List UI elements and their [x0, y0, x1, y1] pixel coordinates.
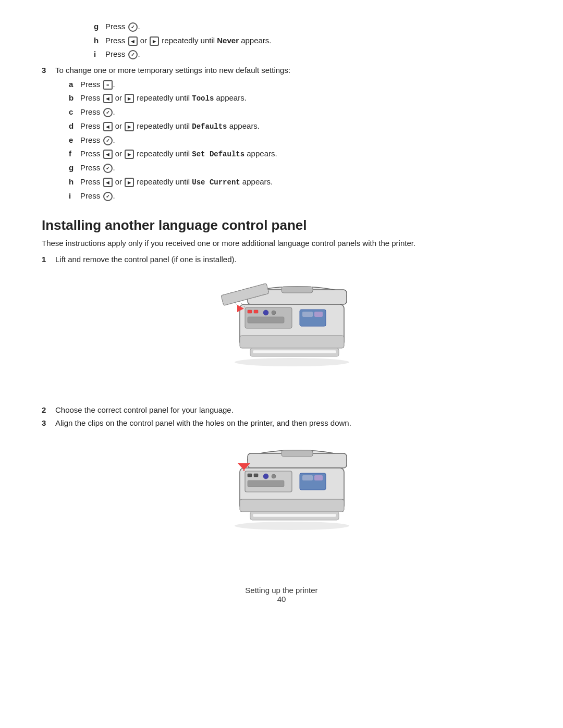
arrow-left-icon: ◄	[128, 36, 138, 46]
svg-rect-32	[248, 480, 284, 487]
svg-rect-18	[314, 312, 323, 317]
arrow-right-icon: ►	[150, 36, 159, 46]
section-title: Installing another language control pane…	[42, 217, 521, 233]
svg-rect-37	[314, 475, 323, 480]
footer-text: Setting up the printer	[245, 586, 317, 595]
install-step1-text: Lift and remove the control panel (if on…	[55, 255, 237, 264]
step3-c-content: Press ✓.	[80, 106, 521, 118]
step-i1-label: i	[94, 48, 105, 60]
step3-a-label: a	[69, 79, 80, 91]
step3-sub-list: a Press ≡. b Press ◄ or ► repeatedly unt…	[69, 79, 521, 202]
svg-rect-28	[248, 474, 252, 477]
arrow-right-icon-d: ►	[125, 122, 134, 131]
step3-g: g Press ✓.	[69, 162, 521, 174]
arrow-right-icon-b: ►	[125, 94, 134, 103]
page-number: 40	[42, 595, 521, 603]
printer-illustration-1	[203, 276, 360, 391]
svg-point-9	[272, 311, 276, 315]
step3-h: h Press ◄ or ► repeatedly until Use Curr…	[69, 176, 521, 188]
step3-f-content: Press ◄ or ► repeatedly until Set Defaul…	[80, 148, 521, 160]
step3-intro: To change one or more temporary settings…	[55, 66, 290, 75]
ok-icon-c: ✓	[103, 108, 113, 117]
step-i1-content: Press ✓.	[105, 48, 521, 60]
step3-e-content: Press ✓.	[80, 134, 521, 146]
step3-f: f Press ◄ or ► repeatedly until Set Defa…	[69, 148, 521, 160]
step-g1-content: Press ✓.	[105, 21, 521, 33]
step3-g-content: Press ✓.	[80, 162, 521, 174]
svg-point-40	[235, 522, 349, 530]
step3-d-content: Press ◄ or ► repeatedly until Defaults a…	[80, 120, 521, 132]
arrow-right-icon-h: ►	[125, 178, 134, 187]
step-g1-text: Press	[105, 22, 128, 31]
arrow-left-icon-f: ◄	[103, 150, 113, 159]
svg-rect-24	[282, 450, 313, 456]
step3-header: 3 To change one or more temporary settin…	[42, 66, 521, 75]
step3-i-content: Press ✓.	[80, 190, 521, 202]
step3-g-label: g	[69, 162, 80, 174]
svg-point-30	[263, 474, 268, 479]
step-h1-content: Press ◄ or ► repeatedly until Never appe…	[105, 35, 521, 47]
svg-rect-6	[248, 310, 252, 313]
step3-b: b Press ◄ or ► repeatedly until Tools ap…	[69, 92, 521, 104]
step3-i: i Press ✓.	[69, 190, 521, 202]
ok-icon-e: ✓	[103, 136, 113, 145]
menu-button-icon: ≡	[103, 80, 113, 90]
ok-button-icon: ✓	[128, 22, 138, 32]
svg-rect-29	[254, 474, 258, 477]
step3-d-label: d	[69, 120, 80, 132]
step3-block: 3 To change one or more temporary settin…	[42, 66, 521, 202]
step3-c-label: c	[69, 106, 80, 118]
svg-point-8	[263, 310, 268, 315]
ok-icon-g: ✓	[103, 164, 113, 173]
arrow-left-icon-d: ◄	[103, 122, 113, 131]
step3-a-content: Press ≡.	[80, 79, 521, 91]
step3-c: c Press ✓.	[69, 106, 521, 118]
step-i1: i Press ✓.	[94, 48, 521, 60]
arrow-right-icon-f: ►	[125, 150, 134, 159]
step-h1: h Press ◄ or ► repeatedly until Never ap…	[94, 35, 521, 47]
footer: Setting up the printer 40	[42, 586, 521, 603]
section-intro: These instructions apply only if you rec…	[42, 239, 521, 248]
install-step3: 3 Align the clips on the control panel w…	[42, 418, 521, 427]
install-step1-num: 1	[42, 255, 55, 264]
step3-h-content: Press ◄ or ► repeatedly until Use Curren…	[80, 176, 521, 188]
install-step3-num: 3	[42, 418, 55, 427]
step3-b-content: Press ◄ or ► repeatedly until Tools appe…	[80, 92, 521, 104]
svg-rect-39	[253, 514, 336, 517]
install-step2-num: 2	[42, 405, 55, 414]
svg-rect-36	[302, 475, 313, 480]
top-instruction-list: g Press ✓. h Press ◄ or ► repeatedly unt…	[94, 21, 521, 60]
step3-d: d Press ◄ or ► repeatedly until Defaults…	[69, 120, 521, 132]
step3-f-label: f	[69, 148, 80, 160]
ok-button-icon2: ✓	[128, 50, 138, 59]
step3-a: a Press ≡.	[69, 79, 521, 91]
step3-e: e Press ✓.	[69, 134, 521, 146]
step-h1-label: h	[94, 35, 105, 47]
svg-rect-4	[240, 336, 344, 348]
step-g1: g Press ✓.	[94, 21, 521, 33]
step-g1-label: g	[94, 21, 105, 33]
step3-b-label: b	[69, 92, 80, 104]
svg-point-31	[272, 474, 276, 478]
printer-image-1	[42, 276, 521, 391]
printer-illustration-2	[203, 440, 360, 554]
svg-rect-20	[253, 350, 336, 353]
step3-i-label: i	[69, 190, 80, 202]
svg-rect-26	[240, 499, 344, 512]
step3-e-label: e	[69, 134, 80, 146]
install-step3-text: Align the clips on the control panel wit…	[55, 418, 351, 427]
arrow-left-icon-b: ◄	[103, 94, 113, 103]
svg-rect-2	[282, 287, 313, 293]
svg-point-21	[235, 358, 349, 366]
top-steps-group: g Press ✓. h Press ◄ or ► repeatedly unt…	[68, 21, 521, 60]
install-step2-text: Choose the correct control panel for you…	[55, 405, 234, 414]
ok-icon-i: ✓	[103, 192, 113, 201]
step3-h-label: h	[69, 176, 80, 188]
step3-number: 3	[42, 66, 55, 75]
install-step2: 2 Choose the correct control panel for y…	[42, 405, 521, 414]
svg-rect-17	[302, 312, 313, 317]
svg-rect-7	[254, 310, 258, 313]
printer-image-2	[42, 440, 521, 554]
svg-rect-10	[248, 317, 284, 323]
install-step1: 1 Lift and remove the control panel (if …	[42, 255, 521, 264]
